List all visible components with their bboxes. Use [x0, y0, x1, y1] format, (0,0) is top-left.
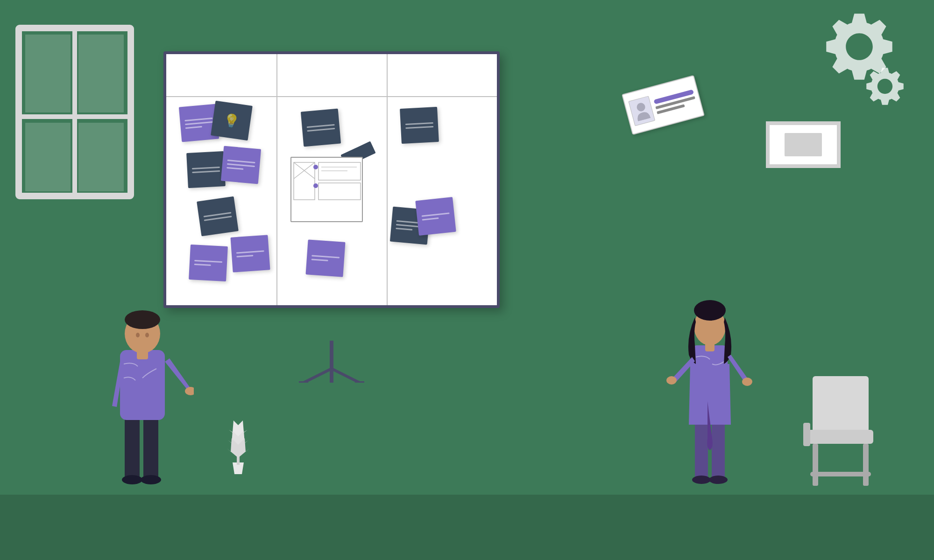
column-header-work	[276, 54, 387, 96]
svg-rect-7	[294, 162, 315, 200]
svg-point-29	[136, 333, 140, 337]
sticky-line	[422, 217, 439, 220]
column-divider-1	[276, 54, 277, 305]
svg-rect-49	[803, 423, 810, 446]
floor	[0, 495, 934, 560]
sticky-line	[307, 124, 335, 127]
svg-line-18	[332, 369, 360, 383]
sticky-lines	[405, 119, 433, 131]
sticky-line	[396, 227, 412, 230]
sticky-lines	[421, 210, 450, 223]
svg-rect-4	[78, 35, 124, 112]
sticky-note-purple-4	[230, 235, 270, 272]
sticky-line	[405, 122, 433, 125]
svg-point-35	[692, 476, 711, 484]
sticky-note-purple-2	[221, 146, 261, 184]
svg-rect-3	[25, 35, 71, 112]
sticky-lines	[311, 252, 340, 264]
svg-rect-10	[318, 162, 361, 180]
sticky-line	[185, 126, 202, 128]
frame-content	[785, 133, 822, 156]
svg-rect-11	[318, 183, 361, 200]
sticky-line	[184, 117, 212, 121]
sticky-lines	[184, 115, 213, 131]
id-photo	[628, 96, 655, 126]
svg-rect-47	[863, 444, 869, 486]
svg-point-30	[145, 333, 149, 337]
sticky-note-done-1	[400, 107, 439, 144]
sticky-lines	[194, 257, 222, 268]
sticky-lines	[203, 210, 232, 223]
sticky-line	[422, 212, 450, 217]
wireframe-card	[290, 157, 363, 222]
svg-point-42	[742, 378, 752, 386]
sticky-line	[194, 263, 211, 266]
svg-point-36	[709, 476, 728, 484]
sticky-line	[227, 163, 255, 167]
svg-rect-23	[143, 415, 158, 481]
sticky-lines	[236, 248, 264, 259]
svg-rect-6	[78, 123, 124, 191]
sticky-note-work-purple	[305, 239, 345, 277]
sticky-line	[311, 255, 340, 258]
sticky-line	[192, 170, 220, 173]
sticky-lines	[191, 164, 220, 175]
sticky-lines	[306, 121, 335, 133]
svg-point-21	[636, 102, 646, 112]
sticky-note-lightbulb: 💡	[211, 101, 253, 140]
svg-rect-22	[125, 415, 140, 481]
svg-point-14	[313, 165, 318, 169]
svg-rect-33	[695, 420, 708, 481]
svg-rect-26	[120, 350, 165, 420]
svg-rect-45	[808, 430, 873, 444]
sticky-note-done-purple	[415, 197, 456, 236]
wall-frame-decoration	[766, 121, 841, 168]
svg-point-39	[694, 300, 726, 321]
svg-rect-44	[813, 376, 869, 432]
person-female	[663, 271, 757, 495]
tripod-legs	[285, 341, 378, 383]
sticky-note-dark-1	[186, 151, 226, 188]
sticky-line	[405, 126, 433, 128]
svg-point-24	[122, 475, 142, 484]
sticky-line	[227, 159, 255, 163]
gear-small-icon	[864, 65, 906, 107]
sticky-note-work-1	[301, 109, 341, 147]
svg-rect-5	[25, 123, 71, 191]
sticky-line	[192, 166, 220, 169]
sticky-lines	[226, 157, 255, 173]
sticky-line	[194, 259, 222, 262]
chair-desk	[766, 362, 883, 495]
svg-point-41	[666, 376, 677, 385]
svg-rect-31	[137, 350, 148, 359]
whiteboard-container: 💡	[163, 51, 500, 341]
sticky-note-dark-pointed	[197, 196, 239, 236]
sticky-line	[307, 127, 335, 131]
sticky-note-purple-3	[189, 245, 228, 281]
column-header-todo	[166, 54, 276, 96]
svg-rect-46	[813, 444, 818, 486]
sticky-line	[236, 255, 253, 258]
svg-line-17	[304, 369, 332, 383]
lightbulb-icon: 💡	[222, 112, 241, 130]
whiteboard: 💡	[163, 51, 500, 308]
sticky-line	[236, 250, 264, 253]
sticky-line	[311, 259, 328, 261]
sticky-line	[185, 121, 213, 125]
column-header-done	[387, 54, 497, 96]
plant-decoration	[219, 402, 257, 478]
svg-point-15	[313, 183, 318, 188]
svg-rect-40	[705, 343, 715, 351]
sticky-line	[226, 167, 243, 169]
svg-rect-34	[712, 420, 725, 481]
window-decoration	[14, 23, 145, 210]
header-divider	[166, 96, 497, 97]
person-male	[91, 261, 194, 495]
column-divider-2	[387, 54, 388, 305]
svg-point-25	[141, 475, 161, 484]
id-info-lines	[653, 87, 697, 117]
svg-point-28	[125, 310, 160, 329]
